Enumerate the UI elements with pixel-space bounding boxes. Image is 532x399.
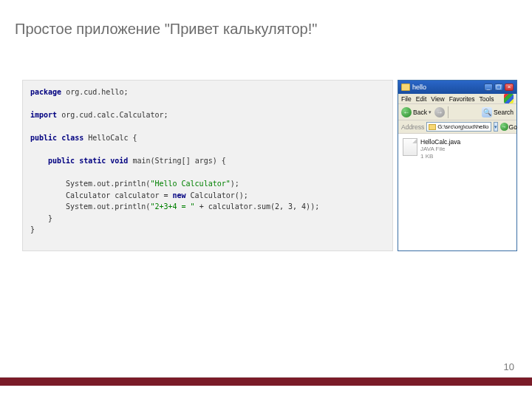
explorer-window: hello _ ▢ × File Edit View Favorites Too… [398,80,517,251]
search-icon: 🔍 [482,107,492,117]
code-line: package org.cud.hello; [30,86,385,98]
folder-icon [401,83,410,91]
code-line: public class HelloCalc { [30,132,385,144]
windows-logo-icon [504,94,514,103]
menu-edit[interactable]: Edit [416,95,427,103]
file-list[interactable]: HelloCalc.java JAVA File 1 KB [398,134,516,250]
content-row: package org.cud.hello; import org.cud.ca… [22,80,517,251]
file-type: JAVA File [420,146,460,153]
address-label: Address [401,123,424,131]
file-size: 1 KB [420,153,460,160]
slide-title: Простое приложение "Привет калькулятор!" [15,21,317,38]
menu-view[interactable]: View [431,95,444,103]
address-bar: Address G:\src\org\cud\hello ▾ → Go [398,120,516,134]
explorer-menubar[interactable]: File Edit View Favorites Tools [398,94,516,104]
code-line: public static void main(String[] args) { [30,155,385,167]
menu-file[interactable]: File [401,95,412,103]
file-icon [403,138,417,156]
address-dropdown[interactable]: ▾ [494,122,498,132]
code-panel: package org.cud.hello; import org.cud.ca… [22,80,393,251]
file-item[interactable]: HelloCalc.java JAVA File 1 KB [403,138,512,160]
code-line: System.out.println("2+3+4 = " + calculat… [30,201,385,213]
back-button[interactable]: ← Back ▾ [401,107,432,117]
footer-bar [0,378,532,386]
menu-favorites[interactable]: Favorites [449,95,475,103]
code-line: import org.cud.calc.Calculator; [30,109,385,121]
close-button[interactable]: × [505,83,514,91]
minimize-button[interactable]: _ [484,83,493,91]
code-line: } [30,224,385,236]
go-icon: → [500,123,508,131]
code-line: System.out.println("Hello Calculator"); [30,178,385,190]
maximize-button[interactable]: ▢ [494,83,503,91]
explorer-toolbar: ← Back ▾ → 🔍 Search [398,104,516,120]
code-line: } [30,213,385,225]
folder-icon [429,124,436,130]
search-button[interactable]: 🔍 Search [482,107,514,117]
forward-button[interactable]: → [434,107,445,117]
menu-tools[interactable]: Tools [480,95,494,103]
go-button[interactable]: → Go [500,123,517,131]
address-input[interactable]: G:\src\org\cud\hello [426,122,491,132]
window-title: hello [412,83,482,91]
file-name: HelloCalc.java [420,138,460,146]
code-line: Calculator calculator = new Calculator()… [30,190,385,202]
back-icon: ← [401,107,412,117]
page-number: 10 [504,361,514,372]
explorer-titlebar[interactable]: hello _ ▢ × [398,81,516,94]
